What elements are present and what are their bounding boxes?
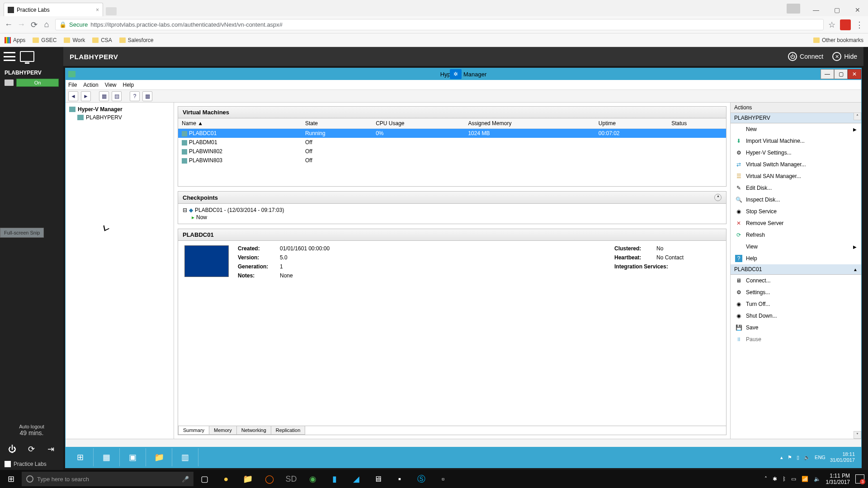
bookmark-work[interactable]: Work <box>64 37 85 43</box>
scroll-down-icon[interactable]: ˅ <box>854 431 861 439</box>
reload-icon[interactable]: ⟳ <box>30 21 38 29</box>
hyperv-titlebar[interactable]: Hyper-V Manager ✲ — ▢ ✕ <box>66 68 861 80</box>
actions-group-host[interactable]: PLABHYPERV▲ <box>731 113 861 123</box>
checkpoint-now[interactable]: ▸Now <box>192 214 722 221</box>
url-field[interactable]: 🔒 Secure https://itprotvlabs.practice-la… <box>55 19 824 30</box>
guest-hyperv-icon[interactable]: ▥ <box>172 448 198 466</box>
chrome-menu-icon[interactable]: ⋮ <box>855 20 863 30</box>
hide-button[interactable]: ✕Hide <box>832 52 857 61</box>
col-uptime[interactable]: Uptime <box>595 118 668 129</box>
menu-view[interactable]: View <box>105 82 117 88</box>
chrome-profile-icon[interactable] <box>787 4 800 14</box>
action-new[interactable]: New▶ <box>731 123 861 135</box>
taskbar-app-icon[interactable]: ▪ <box>389 470 410 488</box>
taskbar-skype-icon[interactable]: Ⓢ <box>410 470 432 488</box>
mic-icon[interactable]: 🎤 <box>182 476 189 483</box>
col-state[interactable]: State <box>302 118 372 129</box>
checkpoint-item[interactable]: ⊟◆PLABDC01 - (12/03/2014 - 09:17:03) <box>183 206 722 214</box>
tray-chevron-up-icon[interactable]: ˄ <box>764 476 767 482</box>
taskbar-chrome-icon[interactable]: ● <box>215 470 237 488</box>
col-status[interactable]: Status <box>668 118 726 129</box>
extension-icon[interactable] <box>840 19 851 30</box>
actions-group-vm[interactable]: PLABDC01▲ <box>731 264 861 275</box>
menu-file[interactable]: File <box>68 82 77 88</box>
tab-replication[interactable]: Replication <box>271 426 305 435</box>
hyperv-close-icon[interactable]: ✕ <box>848 69 861 79</box>
task-view-icon[interactable]: ▢ <box>193 470 215 488</box>
hyperv-maximize-icon[interactable]: ▢ <box>834 69 848 79</box>
connect-button[interactable]: ⏻Connect <box>788 52 823 61</box>
action-connect[interactable]: 🖥Connect... <box>731 275 861 286</box>
vm-row[interactable]: PLABDM01 Off <box>178 138 726 147</box>
action-center-icon[interactable]: 3 <box>855 474 864 483</box>
action-remove-server[interactable]: ✕Remove Server <box>731 217 861 229</box>
col-name[interactable]: Name ▲ <box>178 118 302 129</box>
toolbar-help-icon[interactable]: ? <box>130 91 140 101</box>
guest-powershell-icon[interactable]: ▣ <box>120 448 146 466</box>
hyperv-minimize-icon[interactable]: — <box>821 69 834 79</box>
tab-memory[interactable]: Memory <box>209 426 237 435</box>
toolbar-properties-icon[interactable]: ▦ <box>99 91 109 101</box>
guest-start-icon[interactable]: ⊞ <box>67 448 94 466</box>
taskbar-app-icon[interactable]: ▮ <box>324 470 345 488</box>
action-hyperv-settings[interactable]: ⚙Hyper-V Settings... <box>731 147 861 159</box>
tab-networking[interactable]: Networking <box>236 426 271 435</box>
action-virtual-switch[interactable]: ⇄Virtual Switch Manager... <box>731 159 861 170</box>
hamburger-icon[interactable] <box>4 52 15 61</box>
toolbar-back-icon[interactable]: ◄ <box>68 91 78 101</box>
taskbar-app-icon[interactable]: 🖥 <box>367 470 389 488</box>
col-cpu[interactable]: CPU Usage <box>372 118 464 129</box>
guest-explorer-icon[interactable]: 📁 <box>146 448 172 466</box>
tab-summary[interactable]: Summary <box>178 426 209 435</box>
toolbar-list-icon[interactable]: ▤ <box>112 91 122 101</box>
back-icon[interactable]: ← <box>5 21 13 29</box>
menu-help[interactable]: Help <box>123 82 134 88</box>
exit-icon[interactable]: ⇥ <box>46 444 57 455</box>
action-import-vm[interactable]: ⬇Import Virtual Machine... <box>731 135 861 147</box>
action-virtual-san[interactable]: ☰Virtual SAN Manager... <box>731 170 861 182</box>
action-vm-settings[interactable]: ⚙Settings... <box>731 286 861 298</box>
tray-sound-icon[interactable]: 🔈 <box>804 455 810 460</box>
tray-up-icon[interactable]: ▴ <box>780 455 783 460</box>
bookmark-salesforce[interactable]: Salesforce <box>119 37 154 43</box>
tray-battery-icon[interactable]: ▭ <box>791 476 796 482</box>
tray-network-icon[interactable]: ▯ <box>797 455 799 460</box>
taskbar-app-icon[interactable]: ▫ <box>432 470 454 488</box>
tray-volume-icon[interactable]: 🔈 <box>814 476 821 482</box>
bookmark-gsec[interactable]: GSEC <box>33 37 57 43</box>
collapse-icon[interactable]: ˄ <box>714 194 722 201</box>
vm-row-selected[interactable]: PLABDC01 Running 0% 1024 MB 00:07:02 <box>178 129 726 138</box>
refresh-icon[interactable]: ⟳ <box>26 444 37 455</box>
apps-shortcut[interactable]: Apps <box>5 37 25 43</box>
vm-row[interactable]: PLABWIN802 Off <box>178 147 726 156</box>
action-stop-service[interactable]: ◉Stop Service <box>731 206 861 217</box>
guest-clock[interactable]: 18:11 31/01/2017 <box>830 451 855 463</box>
action-refresh[interactable]: ⟳Refresh <box>731 229 861 241</box>
action-edit-disk[interactable]: ✎Edit Disk... <box>731 182 861 194</box>
taskbar-app-icon[interactable]: SD <box>280 470 302 488</box>
other-bookmarks[interactable]: Other bookmarks <box>813 37 863 43</box>
menu-action[interactable]: Action <box>83 82 98 88</box>
guest-server-manager-icon[interactable]: ▦ <box>94 448 120 466</box>
host-start-icon[interactable]: ⊞ <box>0 470 22 488</box>
home-icon[interactable]: ⌂ <box>42 21 51 29</box>
tab-close-icon[interactable]: × <box>96 7 99 13</box>
window-minimize-icon[interactable]: — <box>806 4 826 16</box>
tray-bluetooth-icon[interactable]: ᛒ <box>783 476 786 482</box>
window-close-icon[interactable]: ✕ <box>847 4 868 16</box>
host-clock[interactable]: 1:11 PM 1/31/2017 <box>826 473 850 486</box>
tray-flag-icon[interactable]: ⚑ <box>788 455 792 460</box>
window-maximize-icon[interactable]: ▢ <box>826 4 847 16</box>
host-search-box[interactable]: Type here to search 🎤 <box>22 472 193 486</box>
action-pause[interactable]: ⏸Pause <box>731 333 861 345</box>
power-icon[interactable]: ⏻ <box>7 444 18 455</box>
action-turn-off[interactable]: ◉Turn Off... <box>731 298 861 310</box>
browser-tab[interactable]: Practice Labs × <box>4 3 103 16</box>
action-view[interactable]: View▶ <box>731 241 861 253</box>
toolbar-forward-icon[interactable]: ► <box>81 91 91 101</box>
new-tab-button[interactable] <box>106 7 117 15</box>
vm-thumbnail[interactable] <box>184 245 229 277</box>
action-help[interactable]: ?Help <box>731 253 861 264</box>
scroll-up-icon[interactable]: ˄ <box>854 113 861 120</box>
taskbar-app-icon[interactable]: ◢ <box>345 470 367 488</box>
